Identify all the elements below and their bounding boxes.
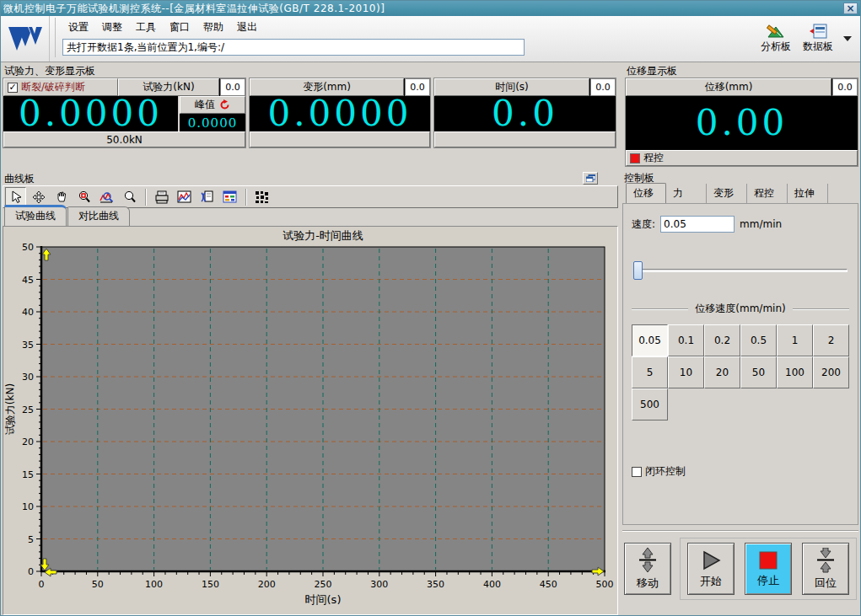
speed-label: 速度: xyxy=(632,217,655,232)
speed-preset-button[interactable]: 0.5 xyxy=(740,324,777,356)
speed-unit: mm/min xyxy=(740,218,782,230)
motion-buttons: 移动 开始 停止 xyxy=(622,530,858,615)
move-cross-icon[interactable] xyxy=(28,187,49,206)
menu-item[interactable]: 帮助 xyxy=(197,19,229,36)
zoom-out-icon[interactable] xyxy=(119,187,140,206)
slider-track[interactable] xyxy=(633,269,848,272)
speed-group-label: 位移速度(mm/min) xyxy=(695,302,785,316)
svg-text:0: 0 xyxy=(39,579,45,590)
top-toolbar: 设置调整工具窗口帮助退出 共打开数据1条,当前位置为1,编号:/ 分析板 xyxy=(1,16,860,62)
displacement-panel: 位移显示板 位移(mm) 0.0 0.00 程控 xyxy=(625,64,858,167)
analysis-label: 分析板 xyxy=(761,40,791,54)
mode-indicator xyxy=(630,153,640,163)
analysis-panel-button[interactable]: 分析板 xyxy=(757,22,794,56)
closed-loop-checkbox[interactable] xyxy=(632,467,642,477)
slider-handle[interactable] xyxy=(633,261,643,280)
pan-hand-icon[interactable] xyxy=(51,187,72,206)
speed-preset-button[interactable]: 50 xyxy=(740,356,777,388)
svg-text:300: 300 xyxy=(370,579,388,590)
speed-preset-button[interactable]: 1 xyxy=(777,324,813,356)
speed-preset-button[interactable]: 200 xyxy=(813,356,849,388)
speed-preset-button[interactable]: 10 xyxy=(668,356,704,388)
speed-preset-button[interactable]: 100 xyxy=(777,356,813,388)
lower-row: 曲线板 xyxy=(3,171,858,615)
toolbar-middle: 设置调整工具窗口帮助退出 共打开数据1条,当前位置为1,编号:/ xyxy=(50,16,754,62)
force-range-label: 50.0kN xyxy=(3,131,245,147)
menu-item[interactable]: 工具 xyxy=(130,19,162,36)
break-judge-checkbox[interactable]: ✓ xyxy=(8,83,18,93)
curve-tabs: 试验曲线对比曲线 xyxy=(3,208,618,226)
closed-loop-label: 闭环控制 xyxy=(645,464,686,479)
displacement-display-header: 位移(mm) 0.0 xyxy=(626,78,858,96)
force-aux-value: 0.0 xyxy=(220,78,245,96)
run-button-group: 开始 停止 xyxy=(680,538,857,600)
speed-preset-button[interactable]: 500 xyxy=(632,388,668,420)
deform-display-body: 0.0000 xyxy=(250,96,430,131)
displacement-display: 位移(mm) 0.0 0.00 程控 xyxy=(625,78,858,167)
control-tab[interactable]: 位移 xyxy=(626,183,666,203)
restore-window-button[interactable] xyxy=(583,172,598,185)
menu-bar: 设置调整工具窗口帮助退出 xyxy=(55,18,751,37)
move-button[interactable]: 移动 xyxy=(624,543,671,595)
dropdown-arrow-icon[interactable] xyxy=(843,36,852,41)
time-footer xyxy=(434,131,616,147)
stop-button[interactable]: 停止 xyxy=(745,543,792,595)
curve-tab[interactable]: 试验曲线 xyxy=(4,205,67,226)
peak-button[interactable]: 峰值 xyxy=(180,96,245,114)
status-row: 共打开数据1条,当前位置为1,编号:/ xyxy=(55,37,751,57)
speed-preset-button[interactable]: 0.1 xyxy=(668,324,704,356)
select-cursor-icon[interactable] xyxy=(5,187,26,206)
svg-text:25: 25 xyxy=(22,404,34,415)
title-bar: 微机控制电子万能试验机测控系统--[金属材料室温拉伸试验(GB/T 228.1-… xyxy=(1,1,860,16)
speed-preset-button[interactable]: 0.2 xyxy=(704,324,740,356)
start-button[interactable]: 开始 xyxy=(687,543,735,595)
peak-column: 峰值 0.0000 xyxy=(178,96,245,131)
speed-preset-button[interactable]: 5 xyxy=(632,356,668,388)
svg-text:5: 5 xyxy=(28,534,34,545)
data-table-icon[interactable] xyxy=(219,187,240,206)
menu-item[interactable]: 退出 xyxy=(231,19,263,36)
force-panel-title: 试验力、变形显示板 xyxy=(3,64,621,78)
deform-value: 0.0000 xyxy=(268,96,412,131)
peak-value: 0.0000 xyxy=(188,115,238,131)
force-time-chart[interactable]: 0501001502002503003504004505000510152025… xyxy=(3,227,616,610)
closed-loop-row: 闭环控制 xyxy=(632,464,849,479)
speed-row: 速度: mm/min xyxy=(632,216,849,233)
curve-style-icon[interactable] xyxy=(174,187,195,206)
displacement-title-button[interactable]: 位移(mm) xyxy=(626,78,831,96)
svg-text:试验力(kN): 试验力(kN) xyxy=(4,383,16,435)
control-tab[interactable]: 程控 xyxy=(747,184,788,203)
close-button[interactable]: × xyxy=(843,3,858,14)
speed-preset-button[interactable]: 2 xyxy=(813,324,849,356)
speed-preset-button[interactable]: 0.05 xyxy=(632,324,668,356)
refresh-icon[interactable] xyxy=(219,99,230,110)
svg-text:30: 30 xyxy=(22,372,34,383)
svg-text:35: 35 xyxy=(22,340,34,351)
svg-text:200: 200 xyxy=(258,579,276,590)
menu-item[interactable]: 窗口 xyxy=(164,19,196,36)
home-label: 回位 xyxy=(815,576,837,591)
menu-item[interactable]: 设置 xyxy=(62,19,94,36)
control-tab[interactable]: 变形 xyxy=(707,184,747,203)
home-button[interactable]: 回位 xyxy=(802,543,849,595)
restore-window-icon xyxy=(586,174,595,182)
speed-input[interactable] xyxy=(660,216,735,233)
data-panel-button[interactable]: 数据板 xyxy=(799,22,837,56)
speed-preset-button[interactable]: 20 xyxy=(704,356,740,388)
svg-text:试验力-时间曲线: 试验力-时间曲线 xyxy=(283,229,363,242)
speed-group-label-row: 位移速度(mm/min) xyxy=(632,302,849,316)
control-tab[interactable]: 力 xyxy=(666,184,707,203)
chart-area[interactable]: 0501001502002503003504004505000510152025… xyxy=(3,226,618,615)
control-tab[interactable]: 拉伸 xyxy=(788,184,828,203)
svg-text:100: 100 xyxy=(145,579,163,590)
curve-tab[interactable]: 对比曲线 xyxy=(67,206,130,226)
time-display: 时间(s) 0.0 0.0 xyxy=(433,78,616,148)
menu-item[interactable]: 调整 xyxy=(96,19,128,36)
move-arrows-icon xyxy=(637,548,659,573)
pattern-settings-icon[interactable] xyxy=(251,187,272,206)
print-icon[interactable] xyxy=(151,187,172,206)
time-aux-value: 0.0 xyxy=(590,78,616,96)
zoom-curve-icon[interactable] xyxy=(96,187,117,206)
zoom-region-icon[interactable] xyxy=(73,187,94,206)
copy-curve-icon[interactable] xyxy=(196,187,218,206)
